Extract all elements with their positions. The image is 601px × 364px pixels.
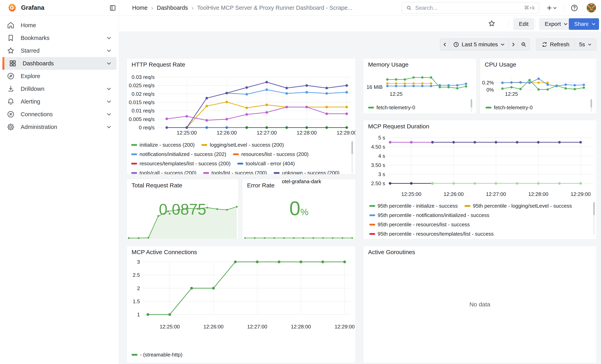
breadcrumb-home[interactable]: Home (132, 5, 148, 11)
brand-title: Grafana (21, 4, 44, 11)
legend-item[interactable]: tools/list - success (200) (203, 170, 267, 175)
chevron-down-icon (500, 42, 505, 47)
chevron-down-icon[interactable] (106, 99, 112, 104)
legend-item[interactable]: fetch-telemetry-0 (486, 105, 533, 111)
legend-item[interactable]: initialize - success (200) (131, 142, 195, 148)
refresh-button[interactable]: Refresh (536, 39, 575, 50)
search-box[interactable]: ⌘+k (402, 2, 539, 13)
svg-text:2.50 s: 2.50 s (371, 180, 385, 186)
legend-item[interactable]: unknown - success (200) (274, 170, 340, 175)
panel-title[interactable]: Active Goroutines (368, 249, 415, 256)
legend-connections: - (streamable-http) (131, 350, 350, 360)
panel-http-request-rate: HTTP Request Rate 12:25:0012:26:0012:27:… (127, 58, 356, 175)
legend-label: fetch-telemetry-0 (494, 105, 533, 111)
panel-title[interactable]: HTTP Request Rate (131, 61, 185, 68)
legend-item[interactable]: 95th percentile - initialize - success (369, 203, 458, 209)
add-button[interactable] (544, 4, 559, 12)
time-back-button[interactable] (440, 39, 449, 50)
edit-button[interactable]: Edit (513, 18, 534, 30)
time-forward-button[interactable] (509, 39, 518, 50)
share-dropdown-button[interactable] (588, 18, 599, 30)
sidebar-item-home[interactable]: Home (2, 19, 116, 32)
svg-text:0.01 req/s: 0.01 req/s (131, 108, 155, 114)
legend-scrollbar-thumb[interactable] (591, 99, 592, 108)
star-icon (488, 20, 496, 27)
sidebar-item-administration[interactable]: Administration (2, 121, 116, 133)
help-button[interactable] (570, 4, 579, 12)
plug-icon (6, 110, 15, 119)
legend-item[interactable]: resources/list - success (200) (233, 151, 309, 157)
svg-text:0 req/s: 0 req/s (139, 125, 155, 130)
legend-item[interactable]: 95th percentile - notifications/initiali… (369, 212, 489, 218)
legend-item[interactable]: notifications/initialized - success (202… (131, 151, 226, 157)
legend-item[interactable]: 95th percentile - logging/setLevel - suc… (464, 203, 572, 209)
refresh-interval-label: 5s (579, 41, 585, 48)
legend-item[interactable]: logging/setLevel - success (200) (201, 142, 284, 148)
sidebar-item-dashboards[interactable]: Dashboards (2, 57, 116, 70)
legend-label: fetch-telemetry-0 (376, 105, 415, 111)
sidebar-item-label: Starred (21, 48, 40, 54)
sidebar-item-explore[interactable]: Explore (2, 70, 116, 82)
chart-mcp-active-connections: 12:25:0012:26:0012:27:0012:28:0012:29:00… (127, 246, 356, 363)
legend-item[interactable]: fetch-telemetry-0 (368, 105, 415, 111)
svg-text:12:25:00: 12:25:00 (177, 130, 197, 136)
chevron-down-icon[interactable] (106, 124, 112, 130)
panel-title[interactable]: MCP Request Duration (368, 123, 429, 130)
chevron-down-icon[interactable] (106, 35, 112, 41)
refresh-interval-picker[interactable]: 5s (575, 39, 596, 50)
legend-scrollbar-thumb[interactable] (593, 202, 595, 215)
legend-item[interactable]: tools/call - success (200) (131, 170, 196, 175)
legend-item[interactable]: resources/templates/list - success (200) (131, 160, 230, 167)
legend-item[interactable]: 95th percentile - resources/templates/li… (369, 231, 494, 236)
legend-item[interactable]: 95th percentile - resources/list - succe… (369, 222, 470, 228)
sidebar-item-alerting[interactable]: Alerting (2, 95, 116, 108)
chevron-down-icon (591, 22, 596, 26)
legend-scrollbar-thumb[interactable] (351, 141, 353, 154)
legend-swatch (369, 205, 375, 207)
chevron-down-icon (588, 42, 592, 47)
breadcrumb-dashboards[interactable]: Dashboards (157, 5, 188, 11)
panel-total-request-rate: Total Request Rate 0.0875 (127, 179, 239, 239)
export-button[interactable]: Export (539, 18, 573, 30)
panel-title[interactable]: MCP Active Connections (131, 249, 197, 256)
legend-row: resources/templates/list - success (200)… (131, 159, 349, 168)
zoom-out-button[interactable] (518, 39, 530, 50)
chevron-down-icon[interactable] (106, 48, 112, 53)
legend-swatch (131, 144, 137, 146)
clock-icon (453, 41, 459, 48)
search-input[interactable] (415, 5, 521, 11)
legend-scrollbar-thumb[interactable] (471, 99, 472, 108)
chevron-down-icon (563, 22, 568, 26)
sidebar-item-drilldown[interactable]: Drilldown (2, 82, 116, 95)
chevron-down-icon (553, 6, 557, 10)
svg-text:2.5: 2.5 (133, 272, 140, 278)
sidebar-item-starred[interactable]: Starred (2, 44, 116, 57)
svg-text:12:25:00: 12:25:00 (160, 324, 180, 330)
svg-text:1.5: 1.5 (133, 298, 140, 305)
time-range-picker[interactable]: Last 5 minutes (449, 39, 509, 50)
legend-item[interactable]: tools/call - error (404) (237, 160, 295, 167)
avatar[interactable] (587, 3, 596, 12)
panel-title[interactable]: Memory Usage (368, 61, 408, 68)
panel-title[interactable]: Error Rate (247, 182, 274, 189)
panel-title[interactable]: CPU Usage (485, 61, 516, 68)
legend-label: unknown - success (200) (282, 170, 340, 175)
sidebar-item-connections[interactable]: Connections (2, 108, 116, 121)
svg-text:2: 2 (137, 285, 140, 291)
sidebar-item-bookmarks[interactable]: Bookmarks (2, 32, 116, 44)
chevron-down-icon[interactable] (106, 61, 112, 66)
chevron-down-icon[interactable] (106, 86, 112, 92)
plus-icon (546, 5, 553, 11)
panel-title[interactable]: Total Request Rate (131, 182, 182, 189)
svg-text:12:25:00: 12:25:00 (401, 191, 421, 197)
favorite-star-button[interactable] (487, 19, 496, 28)
svg-text:12:26:00: 12:26:00 (217, 130, 237, 136)
svg-text:0.03 req/s: 0.03 req/s (131, 74, 155, 80)
chevron-down-icon[interactable] (106, 111, 112, 117)
time-range-controls: Last 5 minutes (440, 39, 530, 50)
legend-item[interactable]: - (streamable-http) (131, 352, 182, 358)
legend-label: 95th percentile - initialize - success (378, 203, 458, 209)
sidebar-toggle-icon[interactable] (108, 4, 117, 12)
drilldown-icon (6, 84, 15, 93)
svg-text:12:25: 12:25 (505, 91, 518, 97)
